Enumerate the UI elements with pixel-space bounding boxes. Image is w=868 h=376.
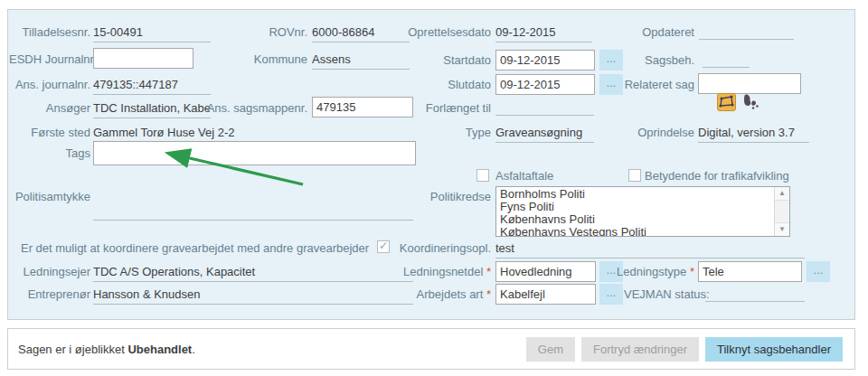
rovnr-label: ROVnr. xyxy=(215,25,307,39)
scroll-down-icon[interactable]: ▼ xyxy=(775,222,789,236)
esdh-journalnr-input[interactable] xyxy=(93,48,193,69)
politisamtykke-label: Politisamtykke xyxy=(9,190,90,203)
politikredse-listbox[interactable]: Bornholms Politi Fyns Politi Københavns … xyxy=(495,186,790,237)
denmark-glyph xyxy=(741,93,760,111)
ledningsejer-value: TDC A/S Operations, Kapacitet xyxy=(93,265,413,282)
status-suffix: . xyxy=(192,343,195,356)
politikredse-label: Politikredse xyxy=(389,190,491,203)
slutdato-input[interactable] xyxy=(495,74,595,95)
arbejdets-art-label: Arbejdets art * xyxy=(371,287,491,301)
assign-caseworker-button[interactable]: Tilknyt sagsbehandler xyxy=(705,337,843,362)
startdato-label: Startdato xyxy=(389,53,491,67)
tags-label: Tags xyxy=(9,146,90,160)
vejman-case-form: { "panel": { "tilladelsesnr": {"label": … xyxy=(0,0,868,376)
arbejdets-art-browse-button[interactable]: ... xyxy=(599,284,623,305)
koordinering-checkbox xyxy=(377,240,390,253)
polygon-glyph xyxy=(718,94,735,110)
betydende-label: Betydende for trafikafvikling xyxy=(645,169,789,183)
tilladelsesnr-value: 15-00491 xyxy=(93,25,211,42)
koordinering-question-label: Er det muligt at koordinere gravearbejde… xyxy=(21,241,369,255)
footer-bar: Sagen er i øjeblikket Ubehandlet. Gem Fo… xyxy=(7,328,855,370)
esdh-journalnr-label: ESDH Journalnr. xyxy=(9,52,90,66)
vejman-status-label: VEJMAN status: xyxy=(624,287,710,301)
denmark-map-icon[interactable] xyxy=(741,93,760,111)
oprettelsesdato-label: Oprettelsesdato xyxy=(389,25,491,39)
opdateret-value xyxy=(699,25,794,40)
arbejdets-art-input[interactable] xyxy=(495,284,596,305)
tilladelsesnr-label: Tilladelsesnr. xyxy=(9,25,90,39)
forlaenget-til-label: Forlænget til xyxy=(389,101,491,115)
map-area-icon[interactable] xyxy=(717,93,736,111)
ledningstype-input[interactable] xyxy=(698,261,802,282)
opdateret-label: Opdateret xyxy=(595,25,694,39)
list-item[interactable]: Københavns Vestegns Politi xyxy=(500,226,772,237)
slutdato-label: Slutdato xyxy=(389,78,491,91)
list-item[interactable]: Fyns Politi xyxy=(500,201,772,213)
politisamtykke-value xyxy=(93,206,413,221)
scroll-up-icon[interactable]: ▲ xyxy=(775,187,789,201)
koordineringsopl-label: Koordineringsopl. xyxy=(389,241,491,255)
ans-journalnr-value: 479135::447187 xyxy=(93,78,211,95)
entreprenor-label: Entreprenør xyxy=(9,287,90,301)
listbox-scrollbar[interactable]: ▲ ▼ xyxy=(774,187,789,236)
oprettelsesdato-value: 09-12-2015 xyxy=(495,25,592,42)
save-button[interactable]: Gem xyxy=(526,337,575,362)
case-status-text: Sagen er i øjeblikket Ubehandlet. xyxy=(8,343,195,356)
forlaenget-til-value xyxy=(495,101,594,116)
relateret-sag-input[interactable] xyxy=(698,73,801,94)
undo-changes-button[interactable]: Fortryd ændringer xyxy=(581,337,699,362)
ledningstype-browse-button[interactable]: ... xyxy=(807,261,830,282)
asfaltaftale-checkbox[interactable] xyxy=(476,169,489,182)
ansoger-value: TDC Installation, Kabelkoordir xyxy=(93,101,211,118)
ansoger-label: Ansøger xyxy=(9,101,90,115)
sagsbeh-value xyxy=(703,53,750,68)
status-prefix: Sagen er i øjeblikket xyxy=(18,343,125,356)
entreprenor-value: Hansson & Knudsen xyxy=(93,287,413,305)
list-item[interactable]: Københavns Politi xyxy=(500,213,772,226)
ledningsnetdel-label: Ledningsnetdel * xyxy=(371,265,491,278)
list-item[interactable]: Bornholms Politi xyxy=(500,188,772,201)
required-mark: * xyxy=(486,287,491,301)
tags-input[interactable] xyxy=(93,141,416,165)
ledningstype-label: Ledningstype * xyxy=(595,265,694,278)
required-mark: * xyxy=(690,265,694,278)
ans-sagsmappenr-label: Ans. sagsmappenr. xyxy=(197,101,307,115)
startdato-input[interactable] xyxy=(495,50,595,70)
ledningsnetdel-input[interactable] xyxy=(495,261,596,282)
asfaltaftale-label: Asfaltaftale xyxy=(495,169,553,183)
forste-sted-label: Første sted xyxy=(9,126,90,139)
koordineringsopl-value: test xyxy=(495,241,805,258)
oprindelse-value: Digital, version 3.7 xyxy=(698,126,809,143)
vejman-status-value xyxy=(705,287,805,302)
sagsbeh-label: Sagsbeh. xyxy=(595,53,694,67)
status-value: Ubehandlet xyxy=(127,343,192,356)
kommune-label: Kommune xyxy=(215,52,307,66)
footer-buttons: Gem Fortryd ændringer Tilknyt sagsbehand… xyxy=(526,337,843,362)
ledningsejer-label: Ledningsejer xyxy=(9,265,90,278)
betydende-checkbox[interactable] xyxy=(628,169,641,182)
relateret-sag-label: Relateret sag xyxy=(595,78,694,91)
type-value: Graveansøgning xyxy=(495,126,594,143)
required-mark: * xyxy=(486,265,491,278)
type-label: Type xyxy=(389,126,491,139)
oprindelse-label: Oprindelse xyxy=(595,126,694,139)
politikredse-items: Bornholms Politi Fyns Politi Københavns … xyxy=(500,188,772,237)
ans-journalnr-label: Ans. journalnr. xyxy=(9,78,90,91)
